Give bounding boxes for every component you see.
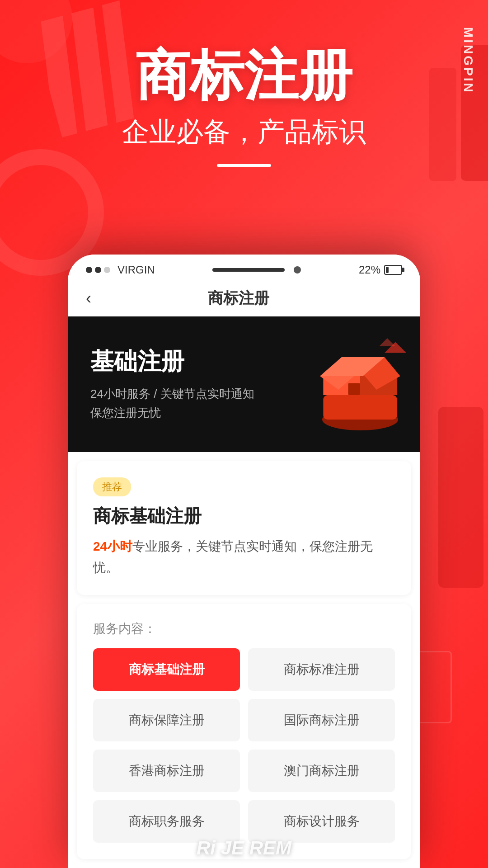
battery-icon (384, 265, 402, 275)
service-btn-international[interactable]: 国际商标注册 (248, 699, 395, 741)
nav-bar: ‹ 商标注册 (68, 281, 420, 316)
phone-screen: VIRGIN 22% ‹ 商标注册 基础注册 24小时服务 / 关键节点 (68, 255, 420, 868)
battery-fill (386, 267, 389, 273)
phone-mockup: VIRGIN 22% ‹ 商标注册 基础注册 24小时服务 / 关键节点 (68, 255, 420, 868)
battery-percent: 22% (359, 264, 380, 276)
signal-dot-3 (104, 267, 110, 273)
signal-dot-1 (86, 267, 92, 273)
carrier-name: VIRGIN (117, 264, 155, 276)
svg-rect-1 (323, 395, 397, 420)
signal-indicator (86, 267, 110, 273)
back-button[interactable]: ‹ (86, 289, 91, 308)
bottom-area: Ri JE REM (0, 828, 488, 868)
service-btn-macao[interactable]: 澳门商标注册 (248, 750, 395, 792)
svg-rect-7 (348, 383, 360, 395)
product-desc: 24小时专业服务，关键节点实时通知，保您注册无忧。 (93, 536, 395, 579)
product-tag: 推荐 (93, 477, 131, 496)
status-left: VIRGIN (86, 264, 155, 276)
hero-subtitle: 企业必备，产品标识 (0, 114, 488, 151)
status-right: 22% (359, 264, 402, 276)
nav-title: 商标注册 (100, 288, 377, 309)
pill-indicator (212, 268, 285, 272)
deco-bar-right (438, 407, 483, 588)
product-card: 推荐 商标基础注册 24小时专业服务，关键节点实时通知，保您注册无忧。 (77, 461, 411, 595)
svg-marker-9 (379, 338, 395, 346)
service-label: 服务内容： (93, 620, 395, 637)
service-section: 服务内容： 商标基础注册商标标准注册商标保障注册国际商标注册香港商标注册澳门商标… (77, 604, 411, 859)
signal-dot-2 (95, 267, 101, 273)
product-desc-text: 专业服务，关键节点实时通知，保您注册无忧。 (93, 539, 373, 575)
banner-3d-icon (298, 330, 411, 439)
bottom-text: Ri JE REM (9, 837, 479, 859)
status-bar: VIRGIN 22% (68, 255, 420, 281)
service-btn-hongkong[interactable]: 香港商标注册 (93, 750, 240, 792)
hero-title: 商标注册 (0, 45, 488, 105)
banner: 基础注册 24小时服务 / 关键节点实时通知 保您注册无忧 (68, 316, 420, 452)
service-btn-guarantee[interactable]: 商标保障注册 (93, 699, 240, 741)
hero-divider (217, 164, 271, 167)
status-center (212, 266, 301, 274)
service-btn-basic[interactable]: 商标基础注册 (93, 648, 240, 691)
service-btn-standard[interactable]: 商标标准注册 (248, 648, 395, 691)
hero-section: 商标注册 企业必备，产品标识 (0, 45, 488, 167)
product-highlight: 24小时 (93, 539, 132, 553)
camera-indicator (294, 266, 301, 274)
product-title: 商标基础注册 (93, 504, 395, 528)
service-grid: 商标基础注册商标标准注册商标保障注册国际商标注册香港商标注册澳门商标注册商标职务… (93, 648, 395, 843)
